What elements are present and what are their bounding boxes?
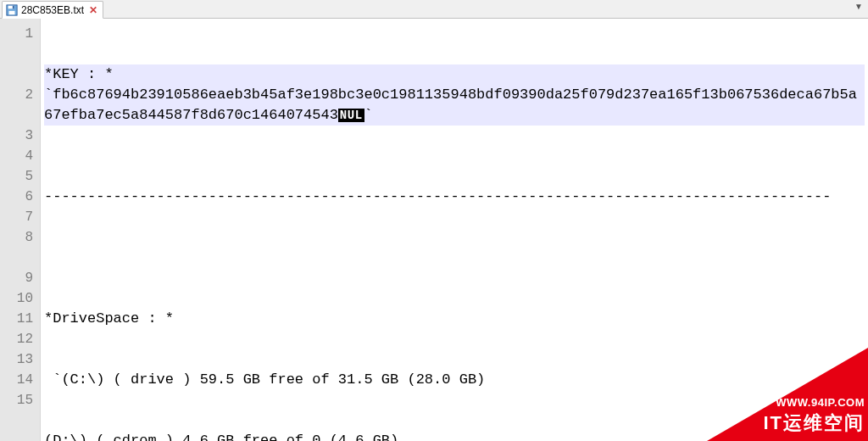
svg-rect-3: [13, 5, 14, 8]
line-number: 5: [0, 166, 33, 187]
code-line: [44, 248, 865, 268]
code-line: *DriveSpace : *: [44, 309, 865, 329]
close-icon[interactable]: ✕: [89, 5, 97, 15]
code-line: ----------------------------------------…: [44, 166, 865, 207]
code-text: *KEY : *: [44, 66, 114, 82]
line-number: 8: [0, 227, 33, 268]
tab-filename: 28C853EB.txt: [21, 4, 84, 16]
line-number-gutter: 1 2 3 4 5 6 7 8 9 10 11 12 13 14 15: [0, 19, 41, 441]
editor: 1 2 3 4 5 6 7 8 9 10 11 12 13 14 15 *KEY…: [0, 19, 868, 441]
line-number: 13: [0, 349, 33, 370]
code-text: ----------------------------------------…: [44, 188, 831, 204]
line-number: 4: [0, 146, 33, 166]
nul-marker: NUL: [338, 109, 364, 122]
line-number: 9: [0, 268, 33, 288]
chevron-down-icon[interactable]: ▼: [854, 2, 863, 11]
line-number: 14: [0, 370, 33, 390]
line-number: 12: [0, 329, 33, 349]
code-text: `(C:\) ( drive ) 59.5 GB free of 31.5 GB…: [44, 370, 485, 390]
line-number: 2: [0, 85, 33, 126]
code-area[interactable]: *KEY : * `fb6c87694b23910586eaeb3b45af3e…: [41, 19, 868, 441]
disk-save-icon: [6, 4, 18, 16]
tab-bar: 28C853EB.txt ✕ ▼: [0, 0, 868, 19]
line-number: 3: [0, 126, 33, 146]
line-number: 10: [0, 288, 33, 309]
code-line: *KEY : * `fb6c87694b23910586eaeb3b45af3e…: [44, 64, 865, 126]
svg-rect-2: [9, 10, 15, 14]
code-text: (D:\) ( cdrom ) 4.6 GB free of 0 (4.6 GB…: [44, 431, 398, 441]
line-number: 7: [0, 207, 33, 227]
line-number: 11: [0, 309, 33, 329]
code-text: `: [364, 107, 373, 123]
code-text: *DriveSpace : *: [44, 309, 174, 329]
line-number: 6: [0, 187, 33, 207]
line-number: 1: [0, 24, 33, 85]
code-line: `(C:\) ( drive ) 59.5 GB free of 31.5 GB…: [44, 370, 865, 390]
code-line: (D:\) ( cdrom ) 4.6 GB free of 0 (4.6 GB…: [44, 431, 865, 441]
code-text: `fb6c87694b23910586eaeb3b45af3e198bc3e0c…: [44, 87, 857, 123]
file-tab[interactable]: 28C853EB.txt ✕: [2, 1, 103, 19]
line-number: 15: [0, 390, 33, 410]
